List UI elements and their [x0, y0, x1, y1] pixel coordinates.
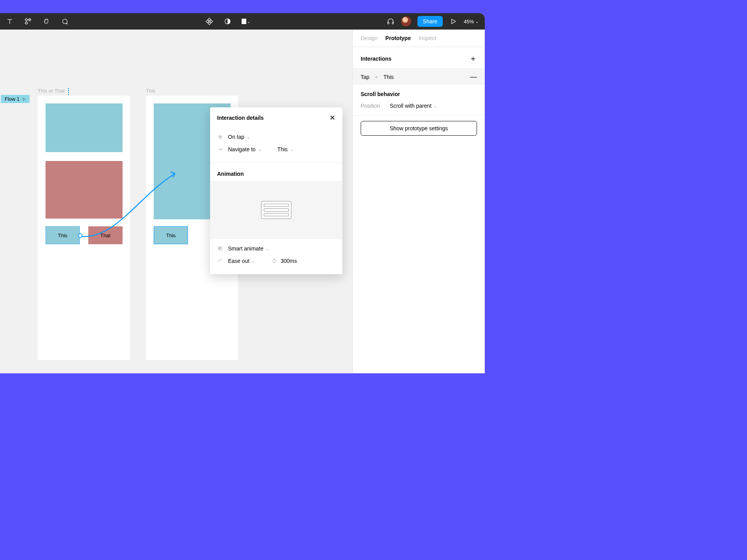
image-block[interactable] [46, 103, 123, 152]
frame-title-1[interactable]: This or That [38, 88, 65, 94]
tap-icon [217, 134, 223, 140]
zoom-dropdown[interactable]: 45% ⌄ [464, 19, 479, 24]
button-this-selected[interactable]: This [46, 226, 80, 244]
button-label: That [100, 233, 110, 238]
easing-label: Ease out [228, 258, 249, 264]
image-block[interactable] [46, 161, 123, 219]
chevron-down-icon: ⌄ [434, 104, 437, 108]
flow-label-text: Flow 1 [5, 96, 19, 102]
chevron-down-icon: ⌄ [290, 147, 293, 152]
button-label: This [166, 233, 176, 238]
avatar[interactable] [401, 16, 411, 26]
animation-type-label: Smart animate [228, 245, 263, 252]
svg-rect-10 [392, 22, 393, 24]
duration-field[interactable]: 300ms [271, 258, 297, 264]
tab-prototype[interactable]: Prototype [386, 35, 411, 41]
chevron-down-icon: ⌄ [475, 19, 479, 24]
chevron-down-icon[interactable]: ⌄ [247, 19, 250, 24]
comment-tool-icon[interactable] [60, 17, 69, 26]
tab-inspect[interactable]: Inspect [419, 35, 436, 41]
svg-text:+: + [29, 18, 31, 21]
popup-title: Interaction details [217, 115, 264, 121]
button-that[interactable]: That [88, 226, 123, 244]
share-button[interactable]: Share [417, 16, 443, 27]
svg-rect-4 [208, 18, 210, 21]
action-dropdown[interactable]: Navigate to⌄ [228, 146, 261, 152]
shapes-tool-icon[interactable]: + [24, 17, 32, 26]
animation-section-title: Animation [210, 165, 342, 181]
target-dropdown[interactable]: This⌄ [277, 146, 293, 152]
animation-preview [210, 181, 342, 239]
hand-tool-icon[interactable] [42, 17, 51, 26]
svg-rect-5 [206, 20, 209, 23]
interactions-title: Interactions [361, 56, 391, 62]
scroll-behavior-title: Scroll behavior [361, 91, 400, 97]
frame-title-2[interactable]: This [146, 88, 156, 94]
interaction-target: This [384, 74, 394, 80]
svg-rect-0 [25, 18, 28, 21]
chevron-down-icon: ⌄ [247, 135, 250, 139]
components-icon[interactable] [205, 17, 214, 26]
button-label: This [58, 233, 68, 238]
zoom-value: 45% [464, 19, 474, 24]
chevron-down-icon: ⌄ [266, 247, 269, 251]
canvas[interactable]: Flow 1 This or That This This That This [0, 30, 352, 373]
mask-icon[interactable]: ⌄ [242, 17, 250, 26]
svg-rect-14 [219, 248, 221, 249]
right-panel: Design Prototype Inspect Interactions ＋ … [352, 30, 485, 373]
svg-point-15 [273, 260, 276, 263]
svg-point-12 [220, 136, 221, 137]
frame-this-or-that[interactable]: This That [38, 96, 130, 360]
connection-origin-dot[interactable] [78, 233, 82, 238]
svg-rect-7 [208, 22, 210, 24]
close-icon[interactable]: ✕ [330, 114, 335, 122]
easing-dropdown[interactable]: Ease out⌄ [228, 258, 255, 264]
position-value: Scroll with parent [390, 103, 431, 109]
animation-type-dropdown[interactable]: Smart animate⌄ [217, 242, 335, 255]
flow-start-label[interactable]: Flow 1 [1, 95, 30, 103]
contrast-icon[interactable] [223, 17, 232, 26]
button-this[interactable]: This [154, 226, 188, 244]
arrow-right-icon [374, 74, 379, 80]
chevron-down-icon: ⌄ [258, 147, 261, 152]
text-tool-icon[interactable] [5, 17, 14, 26]
position-label: Position [361, 103, 380, 109]
svg-rect-2 [25, 22, 28, 24]
action-label: Navigate to [228, 146, 256, 152]
timer-icon [271, 258, 277, 264]
interaction-row[interactable]: Tap This — [353, 69, 485, 85]
interaction-details-popup: Interaction details ✕ On tap⌄ Navigate t… [210, 107, 342, 274]
arrow-right-icon [217, 147, 223, 152]
smart-animate-icon [217, 246, 223, 251]
toolbar: + ⌄ Share [0, 13, 485, 30]
interaction-trigger: Tap [361, 74, 370, 80]
chevron-down-icon: ⌄ [252, 259, 255, 263]
duration-value: 300ms [281, 258, 297, 264]
easing-curve-icon [217, 258, 223, 264]
headphones-icon[interactable] [386, 17, 395, 26]
present-icon[interactable] [449, 17, 458, 26]
target-label: This [277, 146, 288, 152]
tab-design[interactable]: Design [361, 35, 378, 41]
position-dropdown[interactable]: Scroll with parent ⌄ [390, 103, 437, 109]
show-prototype-settings-button[interactable]: Show prototype settings [361, 121, 477, 136]
svg-rect-9 [388, 22, 389, 24]
add-interaction-button[interactable]: ＋ [469, 53, 477, 64]
trigger-dropdown[interactable]: On tap⌄ [217, 131, 335, 143]
svg-rect-6 [210, 20, 212, 23]
trigger-label: On tap [228, 134, 244, 140]
remove-interaction-button[interactable]: — [470, 73, 477, 81]
